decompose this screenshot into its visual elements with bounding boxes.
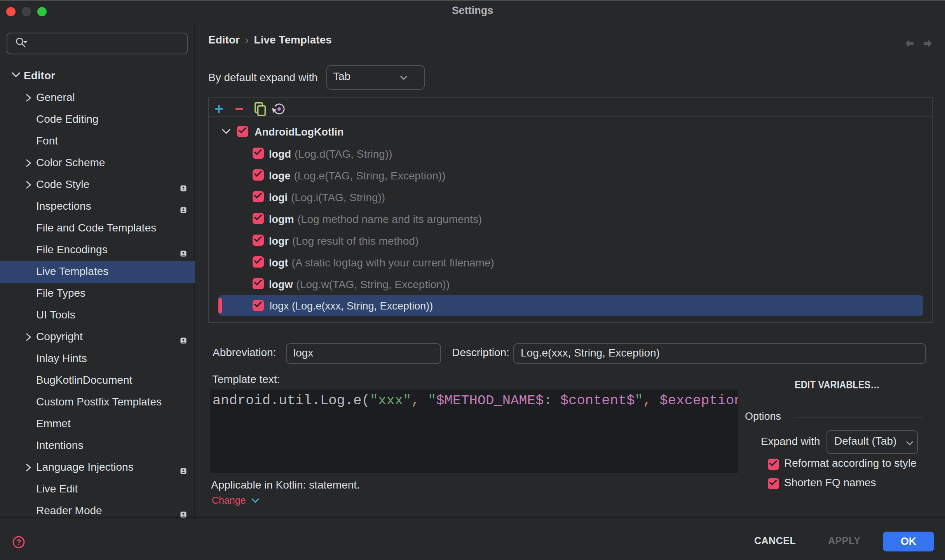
svg-text:?: ? <box>16 537 21 546</box>
